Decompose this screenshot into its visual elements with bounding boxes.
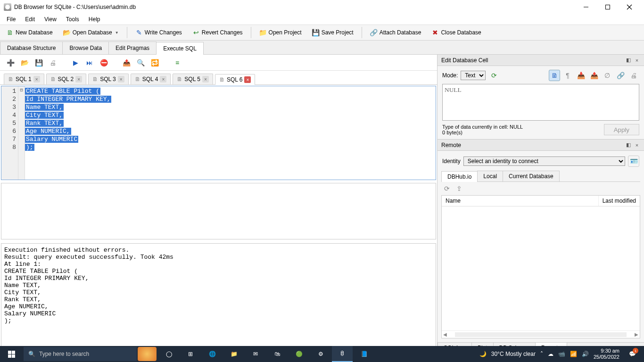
word-icon[interactable]: 📘 [354, 346, 374, 362]
save-results-button[interactable]: 📤 [121, 57, 132, 68]
task-view-icon[interactable]: ⊞ [180, 346, 201, 362]
maximize-button[interactable] [597, 0, 619, 14]
export-button[interactable]: 📤 [588, 70, 600, 81]
undock-icon[interactable]: ◧ [625, 142, 632, 148]
open-sql-button[interactable]: 📂 [19, 57, 30, 68]
run-button[interactable]: ▶ [70, 57, 81, 68]
print-button[interactable]: 🖨 [47, 57, 58, 68]
meet-now-icon[interactable]: 📹 [558, 351, 565, 357]
indent-button[interactable]: ≡ [172, 57, 183, 68]
remote-tab-dbhub[interactable]: DBHub.io [441, 171, 478, 182]
open-project-button[interactable]: 📁Open Project [255, 26, 306, 39]
settings-icon[interactable]: ⚙ [310, 346, 331, 362]
horizontal-scrollbar[interactable]: ◀ ▶ [442, 330, 640, 338]
col-name[interactable]: Name [442, 196, 599, 206]
refresh-icon[interactable]: ⟳ [443, 185, 451, 192]
sql-tab-4[interactable]: 🗎SQL 4× [131, 74, 171, 84]
code-area[interactable]: CREATE TABLE Pilot ( Id INTEGER PRIMARY … [25, 86, 436, 180]
close-panel-icon[interactable]: × [634, 57, 640, 64]
mode-select[interactable]: Text [461, 71, 486, 80]
volume-icon[interactable]: 🔊 [582, 351, 589, 357]
close-tab-icon[interactable]: × [118, 76, 124, 82]
notifications-button[interactable]: 💬 1 [624, 346, 640, 362]
stop-button[interactable]: ⛔ [98, 57, 109, 68]
remote-tab-current[interactable]: Current Database [503, 171, 560, 181]
find-replace-button[interactable]: 🔁 [149, 57, 160, 68]
identity-select[interactable]: Select an identity to connect [463, 156, 625, 166]
cell-content-input[interactable] [442, 84, 639, 121]
revert-changes-button[interactable]: ↩Revert Changes [188, 26, 247, 39]
attach-icon: 🔗 [370, 29, 378, 36]
remote-tab-local[interactable]: Local [477, 171, 503, 181]
close-tab-icon[interactable]: × [33, 76, 40, 82]
tab-browse-data[interactable]: Browse Data [62, 41, 109, 54]
new-tab-button[interactable]: ➕ [5, 57, 16, 68]
null-button[interactable]: ∅ [602, 70, 613, 81]
sql-tab-3[interactable]: 🗎SQL 3× [88, 74, 129, 84]
sql-editor[interactable]: 12345678 ⊟ CREATE TABLE Pilot ( Id INTEG… [1, 86, 436, 180]
print-cell-button[interactable]: 🖨 [628, 70, 639, 81]
sql-tab-2[interactable]: 🗎SQL 2× [46, 74, 87, 84]
mail-icon[interactable]: ✉ [245, 346, 266, 362]
tray-chevron-icon[interactable]: ˄ [540, 351, 543, 357]
fold-gutter[interactable]: ⊟ [18, 86, 25, 180]
menu-file[interactable]: File [2, 15, 20, 24]
close-tab-icon[interactable]: × [75, 76, 82, 82]
open-database-button[interactable]: 📂Open Database▼ [59, 26, 123, 39]
menu-help[interactable]: Help [84, 15, 105, 24]
menu-view[interactable]: View [40, 15, 61, 24]
format-icon: ⟳ [490, 72, 498, 79]
db-browser-icon[interactable]: 🛢 [332, 346, 353, 362]
rtl-button[interactable]: ¶ [562, 70, 573, 81]
explorer-icon[interactable]: 📁 [223, 346, 244, 362]
sql-tab-1[interactable]: 🗎SQL 1× [4, 74, 44, 84]
scroll-right-icon[interactable]: ▶ [633, 332, 640, 337]
replace-icon: 🔁 [151, 59, 158, 66]
store-icon[interactable]: 🛍 [267, 346, 288, 362]
apply-button[interactable]: Apply [604, 124, 639, 135]
sql-tab-6[interactable]: 🗎SQL 6× [215, 74, 256, 85]
menu-tools[interactable]: Tools [61, 15, 84, 24]
close-tab-icon[interactable]: × [244, 76, 251, 83]
menu-edit[interactable]: Edit [20, 15, 40, 24]
run-line-button[interactable]: ⏭ [84, 57, 95, 68]
edge-icon[interactable]: 🌐 [202, 346, 223, 362]
sql-tab-5[interactable]: 🗎SQL 5× [173, 74, 213, 84]
close-panel-icon[interactable]: × [634, 142, 640, 148]
col-modified[interactable]: Last modified [599, 196, 640, 206]
output-pane[interactable]: Execution finished without errors. Resul… [1, 243, 436, 353]
save-sql-button[interactable]: 💾 [33, 57, 44, 68]
cortana-icon[interactable]: ◯ [158, 346, 179, 362]
tab-database-structure[interactable]: Database Structure [0, 41, 63, 54]
clock[interactable]: 9:30 am 25/05/2022 [594, 348, 619, 360]
close-database-button[interactable]: ✖Close Database [427, 26, 485, 39]
close-button[interactable] [619, 0, 640, 14]
text-view-button[interactable]: 🗎 [549, 70, 560, 81]
attach-database-button[interactable]: 🔗Attach Database [366, 26, 426, 39]
onedrive-icon[interactable]: ☁ [548, 351, 553, 357]
start-button[interactable] [0, 346, 23, 362]
weather-icon[interactable]: 🌙 [479, 351, 487, 357]
upload-icon[interactable]: ⇪ [455, 185, 463, 192]
scroll-left-icon[interactable]: ◀ [442, 332, 448, 337]
identity-cert-button[interactable]: 🪪 [628, 156, 639, 167]
write-changes-button[interactable]: ✎Write Changes [131, 26, 186, 39]
import-button[interactable]: 📥 [575, 70, 586, 81]
find-button[interactable]: 🔍 [135, 57, 146, 68]
chrome-icon[interactable]: 🟢 [289, 346, 309, 362]
wifi-icon[interactable]: 📶 [570, 351, 577, 357]
minimize-button[interactable] [575, 0, 597, 14]
close-tab-icon[interactable]: × [202, 76, 209, 82]
tab-edit-pragmas[interactable]: Edit Pragmas [108, 41, 157, 54]
link-button[interactable]: 🔗 [615, 70, 626, 81]
tab-execute-sql[interactable]: Execute SQL [156, 42, 204, 55]
close-tab-icon[interactable]: × [160, 76, 166, 82]
news-widget[interactable] [138, 347, 157, 361]
save-project-button[interactable]: 💾Save Project [308, 26, 358, 39]
new-database-button[interactable]: 🗎New Database [2, 26, 57, 39]
taskbar-search[interactable]: 🔍 Type here to search [24, 347, 137, 361]
format-button[interactable]: ⟳ [488, 70, 500, 81]
weather-text[interactable]: 30°C Mostly clear [491, 351, 536, 357]
undock-icon[interactable]: ◧ [625, 57, 632, 64]
step-icon: ⏭ [86, 59, 93, 66]
